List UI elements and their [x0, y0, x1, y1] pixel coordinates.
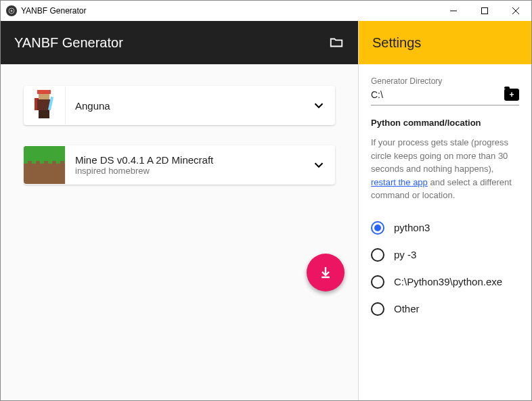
radio-label: C:\Python39\python.exe [394, 276, 502, 287]
svg-rect-3 [482, 8, 488, 14]
window-minimize-button[interactable] [438, 1, 469, 21]
item-title: Anguna [75, 100, 293, 112]
radio-icon [371, 302, 384, 316]
python-option-python3[interactable]: python3 [371, 214, 519, 241]
window-title: YANBF Generator [21, 6, 438, 16]
item-title: Mine DS v0.4.1 A 2D Minecraft [75, 154, 293, 166]
add-folder-button[interactable]: + [504, 89, 519, 101]
python-option-py3[interactable]: py -3 [371, 241, 519, 268]
python-help-text: If your process gets stale (progress cir… [371, 136, 519, 202]
item-subtitle: inspired homebrew [75, 166, 293, 176]
item-thumbnail [24, 87, 66, 124]
generator-dir-label: Generator Directory [371, 76, 519, 86]
list-item[interactable]: Mine DS v0.4.1 A 2D Minecraft inspired h… [24, 145, 335, 185]
window-maximize-button[interactable] [469, 1, 500, 21]
python-option-path[interactable]: C:\Python39\python.exe [371, 268, 519, 296]
app-header: YANBF Generator [1, 21, 358, 64]
settings-title: Settings [372, 35, 421, 51]
radio-label: python3 [394, 222, 430, 233]
restart-app-link[interactable]: restart the app [371, 177, 428, 187]
radio-label: py -3 [394, 249, 416, 260]
item-thumbnail [24, 146, 66, 184]
window-close-button[interactable] [500, 1, 531, 21]
app-icon [6, 5, 17, 16]
download-fab-button[interactable] [307, 254, 345, 291]
chevron-down-icon[interactable] [303, 98, 335, 113]
plus-icon: + [509, 91, 514, 99]
list-item[interactable]: Anguna [24, 86, 335, 125]
radio-icon [371, 221, 384, 235]
window-titlebar: YANBF Generator [1, 1, 531, 21]
app-title: YANBF Generator [14, 35, 328, 51]
generator-dir-input[interactable] [371, 89, 504, 100]
radio-icon [371, 275, 384, 289]
radio-icon [371, 248, 384, 262]
open-folder-button[interactable] [328, 34, 345, 51]
python-option-other[interactable]: Other [371, 296, 519, 323]
svg-point-1 [11, 10, 13, 12]
settings-header: Settings [359, 21, 531, 64]
radio-label: Other [394, 303, 420, 314]
python-section-title: Python command/location [371, 118, 519, 128]
chevron-down-icon[interactable] [303, 158, 335, 172]
help-text-pre: If your process gets stale (progress cir… [371, 137, 508, 174]
